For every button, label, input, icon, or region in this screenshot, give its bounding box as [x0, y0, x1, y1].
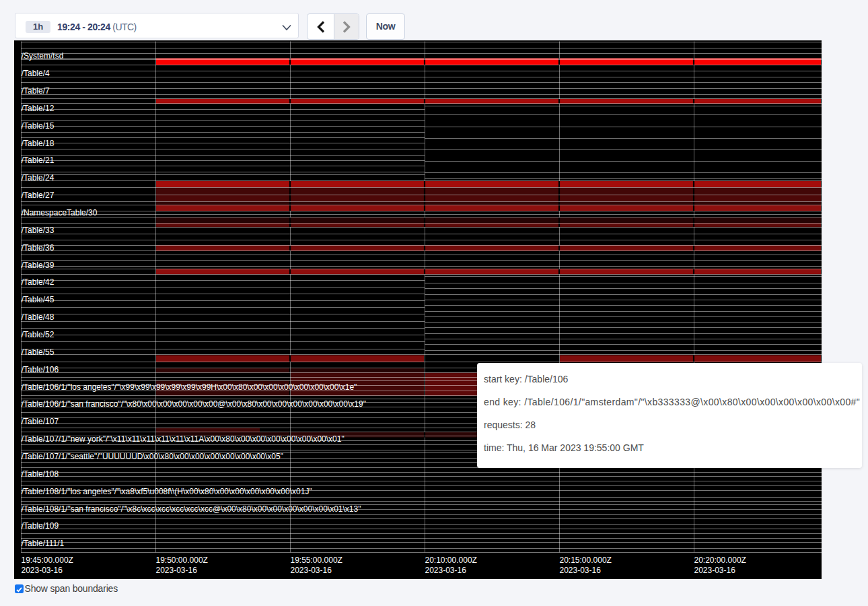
svg-text:/Table/107: /Table/107	[22, 417, 59, 426]
svg-text:/Table/52: /Table/52	[22, 330, 55, 339]
svg-text:2023-03-16: 2023-03-16	[156, 566, 198, 575]
svg-text:/Table/107/1/"new york"/"\x11\: /Table/107/1/"new york"/"\x11\x11\x11\x1…	[22, 434, 345, 444]
svg-text:20:15:00.000Z: 20:15:00.000Z	[560, 556, 612, 565]
svg-text:19:55:00.000Z: 19:55:00.000Z	[291, 556, 342, 565]
svg-text:/Table/109: /Table/109	[22, 521, 59, 531]
svg-text:/Table/106/1/"los angeles"/"\x: /Table/106/1/"los angeles"/"\x99\x99\x99…	[22, 382, 357, 392]
svg-text:/Table/45: /Table/45	[22, 295, 55, 304]
svg-text:/Table/12: /Table/12	[22, 104, 55, 113]
svg-text:2023-03-16: 2023-03-16	[291, 566, 332, 575]
svg-text:/Table/21: /Table/21	[22, 156, 55, 165]
svg-text:/Table/7: /Table/7	[22, 86, 50, 96]
svg-text:/Table/15: /Table/15	[22, 121, 55, 131]
svg-text:2023-03-16: 2023-03-16	[560, 566, 602, 575]
svg-text:/Table/108/1/"los angeles"/"\x: /Table/108/1/"los angeles"/"\xa8\xf5\u00…	[22, 487, 312, 496]
svg-text:/Table/108/1/"san francisco"/": /Table/108/1/"san francisco"/"\x8c\xcc\x…	[22, 504, 361, 514]
svg-text:/Table/107/1/"seattle"/"UUUUUU: /Table/107/1/"seattle"/"UUUUUUD\x00\x80\…	[22, 452, 283, 461]
svg-text:2023-03-16: 2023-03-16	[425, 566, 467, 575]
svg-text:19:45:00.000Z: 19:45:00.000Z	[22, 556, 73, 565]
svg-text:/Table/18: /Table/18	[22, 139, 55, 148]
svg-text:2023-03-16: 2023-03-16	[694, 566, 736, 575]
svg-text:/Table/106/1/"san francisco"/": /Table/106/1/"san francisco"/"\x80\x00\x…	[22, 399, 366, 409]
svg-text:20:10:00.000Z: 20:10:00.000Z	[425, 556, 477, 565]
svg-text:/Table/36: /Table/36	[22, 243, 55, 252]
svg-text:/NamespaceTable/30: /NamespaceTable/30	[22, 208, 98, 217]
svg-text:/Table/24: /Table/24	[22, 173, 55, 182]
svg-text:20:20:00.000Z: 20:20:00.000Z	[694, 556, 746, 565]
svg-text:/Table/55: /Table/55	[22, 347, 55, 357]
svg-text:/Table/4: /Table/4	[22, 69, 50, 78]
svg-text:/Table/48: /Table/48	[22, 312, 55, 322]
svg-text:/Table/39: /Table/39	[22, 261, 55, 270]
svg-text:/System/tsd: /System/tsd	[22, 51, 64, 61]
svg-text:/Table/106: /Table/106	[22, 365, 59, 374]
svg-text:/Table/33: /Table/33	[22, 226, 55, 235]
svg-text:/Table/27: /Table/27	[22, 191, 55, 200]
svg-text:2023-03-16: 2023-03-16	[22, 566, 63, 575]
svg-text:/Table/108: /Table/108	[22, 469, 59, 479]
svg-text:/Table/111/1: /Table/111/1	[22, 539, 65, 548]
svg-text:19:50:00.000Z: 19:50:00.000Z	[156, 556, 208, 565]
svg-text:/Table/42: /Table/42	[22, 277, 55, 287]
